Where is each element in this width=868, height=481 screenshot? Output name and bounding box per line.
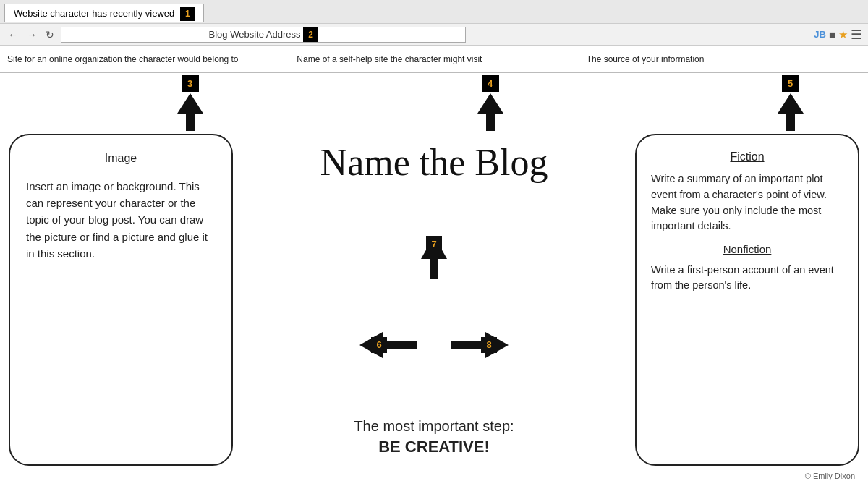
svg-marker-5 (451, 332, 509, 358)
arrow-8-container: 8 (445, 332, 509, 358)
arrow-4-container: 4 (477, 75, 503, 131)
svg-marker-4 (359, 332, 417, 358)
reload-button[interactable]: ↻ (43, 29, 56, 41)
icon-bookmark: ■ (829, 28, 835, 41)
arrow-7-badge: 7 (426, 236, 442, 252)
svg-marker-2 (778, 93, 804, 131)
svg-marker-1 (477, 93, 503, 131)
address-arrow-badge: 2 (303, 27, 318, 42)
arrow-3-icon (177, 93, 203, 131)
icon-star: ★ (838, 28, 848, 41)
icon-jb: JB (814, 29, 826, 40)
back-button[interactable]: ← (6, 29, 20, 41)
arrow-5-container: 5 (778, 75, 804, 131)
arrow-6-icon (359, 332, 417, 358)
center-bottom-text: The most important step: BE CREATIVE! (354, 416, 514, 459)
bottom-line1: The most important step: (354, 416, 514, 436)
be-creative-text: BE CREATIVE! (354, 436, 514, 459)
arrow-4-badge: 4 (482, 75, 499, 92)
arrow-6-container: 6 (359, 332, 423, 358)
tab-arrow-badge: 1 (180, 7, 195, 21)
address-bar-text: Blog Website Address (209, 29, 301, 40)
icon-menu[interactable]: ☰ (851, 27, 862, 43)
right-box: Fiction Write a summary of an important … (635, 134, 859, 466)
left-box-body: Insert an image or background. This can … (26, 178, 216, 262)
tab-label: Website character has recently viewed (14, 8, 174, 19)
tab-bar: Website character has recently viewed 1 (0, 0, 868, 23)
bookmark-item-2[interactable]: Name of a self-help site the character m… (289, 46, 579, 72)
arrow-3-container: 3 (177, 75, 203, 131)
main-content: 3 4 5 Image Insert an image or backgroun… (0, 73, 868, 481)
browser-tab[interactable]: Website character has recently viewed 1 (4, 4, 204, 22)
arrow-8-badge: 8 (481, 337, 497, 353)
left-box: Image Insert an image or background. Thi… (9, 134, 233, 466)
blog-title: Name the Blog (320, 141, 548, 184)
arrow-8-icon (451, 332, 509, 358)
right-box-nonfiction-title: Nonfiction (651, 242, 843, 258)
left-box-title: Image (26, 150, 216, 168)
arrow-5-badge: 5 (782, 75, 799, 92)
address-bar[interactable]: Blog Website Address 2 (61, 27, 466, 43)
bookmark-item-3[interactable]: The source of your information (579, 46, 868, 72)
right-box-fiction-body: Write a summary of an important plot eve… (651, 171, 843, 234)
horizontal-arrows-row: 6 8 (247, 332, 621, 358)
browser-toolbar: ← → ↻ Blog Website Address 2 JB ■ ★ ☰ (0, 23, 868, 45)
arrow-6-badge: 6 (371, 337, 387, 353)
arrow-4-icon (477, 93, 503, 131)
forward-button[interactable]: → (25, 29, 39, 41)
right-box-nonfiction-body: Write a first-person account of an event… (651, 263, 843, 294)
arrow-3-badge: 3 (182, 75, 199, 92)
bookmark-item-1[interactable]: Site for an online organization the char… (0, 46, 289, 72)
browser-icons: JB ■ ★ ☰ (814, 27, 862, 43)
bookmarks-bar: Site for an online organization the char… (0, 46, 868, 73)
columns-row: Image Insert an image or background. Thi… (0, 134, 868, 472)
arrow-5-icon (778, 93, 804, 131)
right-box-fiction-title: Fiction (651, 148, 843, 166)
arrows-row-top: 3 4 5 (0, 73, 868, 131)
center-box: Name the Blog 7 6 8 (240, 134, 628, 466)
arrow-7-up-container: 7 (421, 236, 447, 279)
copyright-text: © Emily Dixon (0, 472, 868, 481)
svg-marker-0 (177, 93, 203, 131)
browser-chrome: Website character has recently viewed 1 … (0, 0, 868, 46)
